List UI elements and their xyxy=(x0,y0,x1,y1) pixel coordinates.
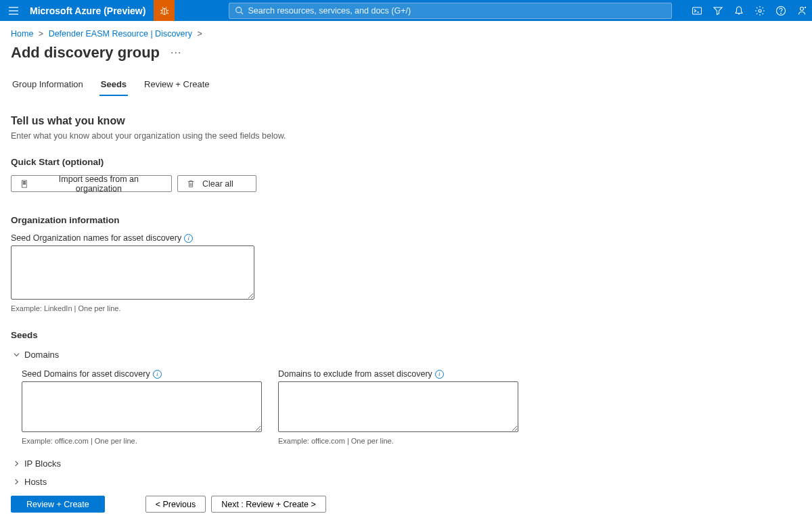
svg-rect-21 xyxy=(24,181,25,182)
search-input[interactable] xyxy=(248,6,666,16)
review-create-button[interactable]: Review + Create xyxy=(11,496,105,513)
clear-all-label: Clear all xyxy=(202,179,233,189)
breadcrumb-item-home[interactable]: Home xyxy=(11,29,33,39)
page-title-row: Add discovery group ··· xyxy=(0,41,812,74)
accordion-domains-body: Seed Domains for asset discovery i Examp… xyxy=(11,360,801,450)
search-icon xyxy=(235,6,244,15)
page-title: Add discovery group xyxy=(11,44,160,62)
import-seeds-button[interactable]: Import seeds from an organization xyxy=(11,175,172,192)
more-actions-button[interactable]: ··· xyxy=(171,47,181,59)
intro-heading: Tell us what you know xyxy=(11,115,801,127)
chevron-right-icon xyxy=(11,478,22,486)
seed-domains-col: Seed Domains for asset discovery i Examp… xyxy=(22,369,262,445)
svg-point-11 xyxy=(236,7,242,13)
svg-line-7 xyxy=(160,13,162,14)
filter-icon xyxy=(713,5,723,16)
svg-line-8 xyxy=(166,13,168,14)
brand-label[interactable]: Microsoft Azure (Preview) xyxy=(27,5,154,16)
svg-rect-23 xyxy=(24,183,25,184)
seed-domains-label: Seed Domains for asset discovery i xyxy=(22,369,262,379)
svg-point-18 xyxy=(800,7,803,10)
hamburger-icon xyxy=(8,5,19,16)
search-wrap xyxy=(175,3,686,19)
org-help-text: Example: LinkedIn | One per line. xyxy=(11,304,801,312)
exclude-domains-textarea[interactable] xyxy=(278,381,518,432)
tab-seeds[interactable]: Seeds xyxy=(99,74,128,96)
footer-actions: Review + Create < Previous Next : Review… xyxy=(11,496,326,513)
quickstart-row: Import seeds from an organization Clear … xyxy=(11,175,801,192)
gear-icon xyxy=(754,5,765,16)
top-header: Microsoft Azure (Preview) xyxy=(0,0,812,21)
tab-review-create[interactable]: Review + Create xyxy=(143,74,210,96)
menu-toggle-button[interactable] xyxy=(0,0,27,21)
exclude-domains-help: Example: office.com | One per line. xyxy=(278,437,518,445)
info-icon[interactable]: i xyxy=(153,370,162,379)
clear-all-button[interactable]: Clear all xyxy=(177,175,256,192)
import-seeds-label: Import seeds from an organization xyxy=(36,174,162,193)
seed-domains-textarea[interactable] xyxy=(22,381,262,432)
tab-group-information[interactable]: Group Information xyxy=(11,74,85,96)
exclude-domains-col: Domains to exclude from asset discovery … xyxy=(278,369,518,445)
svg-rect-22 xyxy=(23,183,24,184)
chevron-down-icon xyxy=(11,351,22,358)
svg-rect-20 xyxy=(23,181,24,182)
content-area: Tell us what you know Enter what you kno… xyxy=(0,96,812,491)
seeds-section: Seeds Domains Seed Domains for asset dis… xyxy=(11,330,801,491)
breadcrumb-item-discovery[interactable]: Defender EASM Resource | Discovery xyxy=(49,29,192,39)
next-button[interactable]: Next : Review + Create > xyxy=(211,496,326,513)
bug-icon xyxy=(159,5,170,16)
svg-point-17 xyxy=(780,13,781,14)
org-field-label: Seed Organization names for asset discov… xyxy=(11,233,801,243)
chevron-right-icon xyxy=(11,460,22,467)
accordion-ip-blocks: IP Blocks xyxy=(11,454,801,473)
bell-icon xyxy=(734,5,744,16)
cloud-shell-icon xyxy=(692,5,702,16)
settings-button[interactable] xyxy=(749,0,770,21)
org-heading: Organization information xyxy=(11,215,801,225)
svg-line-9 xyxy=(162,7,163,8)
breadcrumb-separator: > xyxy=(39,29,43,39)
feedback-icon xyxy=(796,5,807,16)
accordion-ip-blocks-label: IP Blocks xyxy=(24,458,61,469)
exclude-domains-label: Domains to exclude from asset discovery … xyxy=(278,369,518,379)
directory-filter-button[interactable] xyxy=(707,0,728,21)
help-icon xyxy=(775,5,786,16)
tab-bar: Group Information Seeds Review + Create xyxy=(0,74,812,96)
accordion-hosts-header[interactable]: Hosts xyxy=(11,477,801,487)
accordion-ip-blocks-header[interactable]: IP Blocks xyxy=(11,458,801,469)
organization-icon xyxy=(20,179,29,189)
breadcrumb: Home > Defender EASM Resource | Discover… xyxy=(0,21,812,41)
info-icon[interactable]: i xyxy=(184,234,193,243)
info-icon[interactable]: i xyxy=(435,370,444,379)
svg-line-10 xyxy=(166,7,166,8)
svg-line-12 xyxy=(241,12,243,14)
organization-section: Organization information Seed Organizati… xyxy=(11,215,801,312)
svg-point-15 xyxy=(759,9,761,12)
preview-bug-button[interactable] xyxy=(154,0,175,21)
cloud-shell-button[interactable] xyxy=(686,0,707,21)
seeds-heading: Seeds xyxy=(11,330,801,340)
breadcrumb-separator: > xyxy=(197,29,202,39)
svg-rect-13 xyxy=(692,7,701,14)
header-actions xyxy=(686,0,812,21)
previous-button[interactable]: < Previous xyxy=(145,496,206,513)
intro-subtext: Enter what you know about your organizat… xyxy=(11,131,801,141)
nav-button-group: < Previous Next : Review + Create > xyxy=(145,496,326,513)
global-search[interactable] xyxy=(229,3,672,19)
quickstart-heading: Quick Start (optional) xyxy=(11,157,801,167)
help-button[interactable] xyxy=(770,0,791,21)
accordion-hosts-label: Hosts xyxy=(24,477,47,487)
org-names-textarea[interactable] xyxy=(11,245,254,300)
accordion-domains: Domains Seed Domains for asset discovery… xyxy=(11,346,801,454)
seed-domains-help: Example: office.com | One per line. xyxy=(22,437,262,445)
trash-icon xyxy=(186,179,196,189)
accordion-domains-header[interactable]: Domains xyxy=(11,350,801,360)
svg-line-5 xyxy=(160,10,162,11)
notifications-button[interactable] xyxy=(728,0,749,21)
svg-line-6 xyxy=(166,10,168,11)
accordion-domains-label: Domains xyxy=(24,350,59,360)
feedback-button[interactable] xyxy=(791,0,812,21)
accordion-hosts: Hosts xyxy=(11,473,801,491)
